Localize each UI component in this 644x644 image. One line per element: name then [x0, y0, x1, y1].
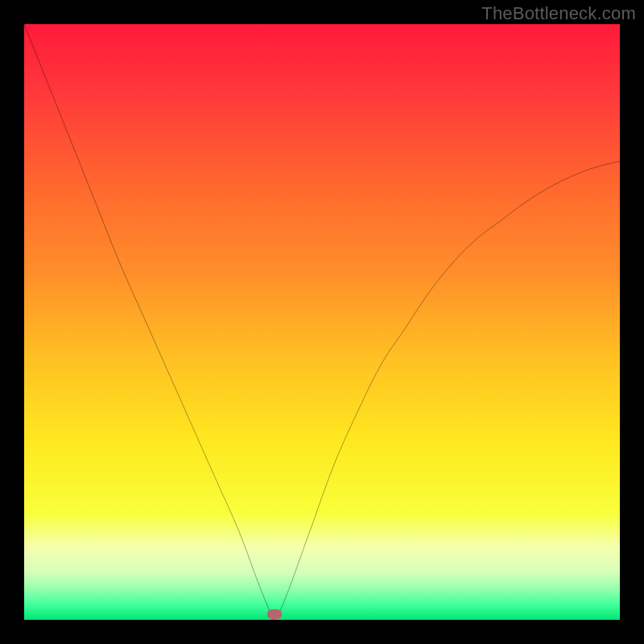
- bottleneck-curve: [24, 24, 620, 620]
- optimum-marker: [267, 609, 282, 619]
- chart-frame: TheBottleneck.com: [0, 0, 644, 644]
- plot-area: [24, 24, 620, 620]
- watermark-text: TheBottleneck.com: [481, 3, 636, 24]
